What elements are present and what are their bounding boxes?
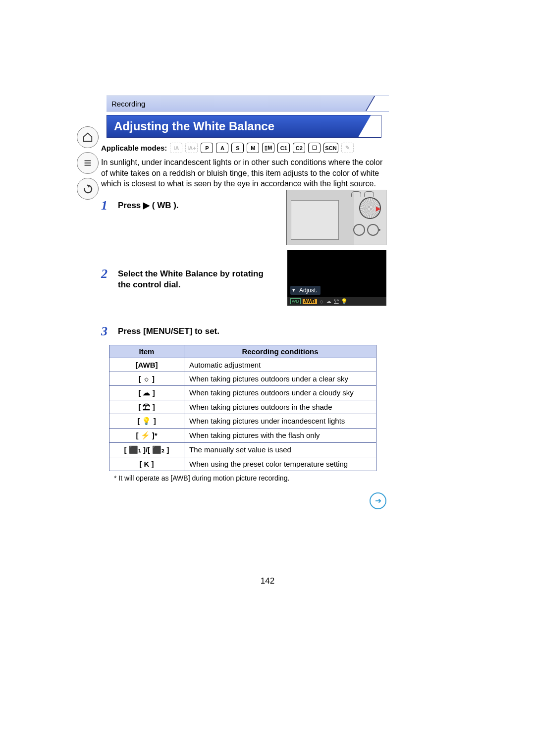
next-page-icon[interactable]: ➜ (370, 492, 386, 509)
step-text: Press ▶ ( WB ). (118, 198, 179, 211)
adjust-label: Adjust. (290, 286, 321, 295)
page-body: Applicable modes: iA iA+ P A S M ▯M C1 C… (99, 140, 386, 482)
wb-option-icon: ☁ (326, 298, 331, 305)
mode-chip: ▯M (262, 143, 274, 153)
mode-chip: S (231, 143, 244, 153)
wb-tag: WB (290, 298, 301, 304)
wb-option-icon: ⛱ (333, 298, 339, 304)
mode-chip: C2 (293, 143, 305, 153)
table-row: [ K ]When using the preset color tempera… (109, 457, 376, 471)
control-dial-icon: ▶ (359, 197, 381, 219)
toc-icon[interactable] (77, 152, 99, 174)
table-header-item: Item (109, 345, 184, 358)
mode-chip: iA+ (185, 143, 198, 153)
wb-option-icon: ☼ (319, 298, 324, 304)
mode-chip: SCN (323, 143, 338, 153)
table-row: [ ⬛₁ ]/[ ⬛₂ ]The manually set value is u… (109, 442, 376, 457)
table-row: [ 💡 ]When taking pictures under incandes… (109, 414, 376, 428)
table-row: [ ⚡ ]*When taking pictures with the flas… (109, 428, 376, 442)
camera-illustration: ▶ (286, 190, 386, 245)
mode-chip: ☐ (308, 143, 321, 153)
manual-page: Recording Adjusting the White Balance Ap… (0, 0, 535, 756)
mode-chip: A (216, 143, 228, 153)
table-row: [AWB]Automatic adjustment (109, 358, 376, 372)
page-title: Adjusting the White Balance (107, 115, 381, 138)
mode-chip: P (201, 143, 213, 153)
home-icon[interactable] (77, 126, 99, 148)
wb-option-icon: 💡 (341, 298, 348, 305)
table-row: [ ⛱ ]When taking pictures outdoors in th… (109, 400, 376, 414)
wb-table: Item Recording conditions [AWB]Automatic… (109, 345, 376, 471)
wb-table-wrap: Item Recording conditions [AWB]Automatic… (99, 345, 386, 482)
applicable-modes-row: Applicable modes: iA iA+ P A S M ▯M C1 C… (99, 143, 386, 153)
breadcrumb: Recording (111, 100, 145, 108)
mode-chip: ✎ (341, 143, 354, 153)
page-number: 142 (0, 576, 535, 586)
table-row: [ ☁ ]When taking pictures outdoors under… (109, 385, 376, 400)
footnote: * It will operate as [AWB] during motion… (114, 474, 386, 482)
step-text: Press [MENU/SET] to set. (118, 324, 219, 337)
table-row: [ ☼ ]When taking pictures outdoors under… (109, 372, 376, 385)
page-title-text: Adjusting the White Balance (114, 119, 274, 133)
section-header: Recording (107, 96, 389, 111)
wb-selected: AWB (303, 299, 317, 304)
mode-chip: C1 (277, 143, 290, 153)
table-header-conditions: Recording conditions (184, 345, 376, 358)
back-icon[interactable] (77, 178, 99, 200)
step-number: 1 (101, 198, 111, 213)
step-number: 2 (101, 267, 111, 281)
applicable-modes-label: Applicable modes: (101, 144, 167, 152)
step-number: 3 (101, 324, 111, 339)
lcd-preview: Adjust. WB AWB ☼ ☁ ⛱ 💡 (287, 250, 386, 306)
wb-option-row: WB AWB ☼ ☁ ⛱ 💡 (287, 297, 386, 306)
sidebar-nav (77, 126, 102, 200)
step-3: 3 Press [MENU/SET] to set. (99, 324, 386, 339)
step-text: Select the White Balance by rotating the… (118, 267, 276, 290)
mode-chip: M (247, 143, 259, 153)
intro-paragraph: In sunlight, under incandescent lights o… (99, 157, 386, 189)
mode-chip: iA (170, 143, 182, 153)
